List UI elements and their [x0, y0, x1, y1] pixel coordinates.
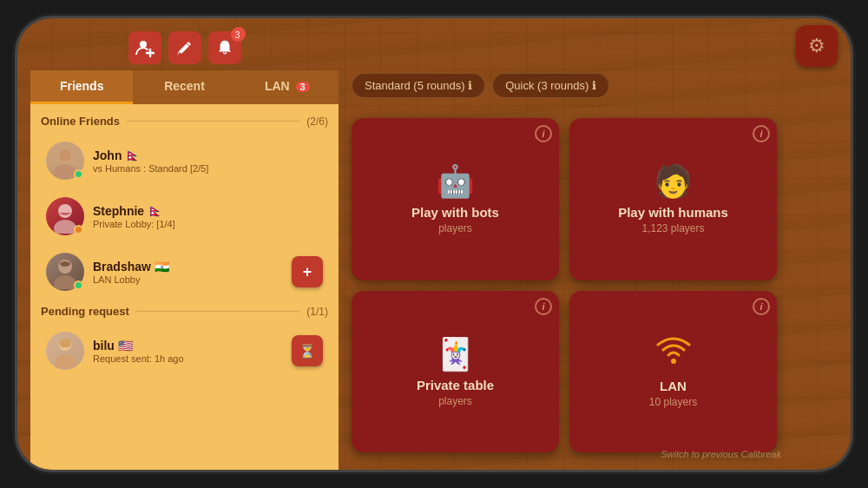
svg-point-7: [59, 149, 71, 162]
stephnie-avatar-wrap: [46, 197, 84, 235]
bilu-avatar-wrap: [46, 332, 84, 370]
tab-friends[interactable]: Friends: [30, 70, 133, 104]
lan-info-button[interactable]: i: [753, 298, 770, 315]
john-avatar-wrap: [46, 142, 84, 180]
bilu-status: Request sent: 1h ago: [93, 353, 283, 364]
lan-wifi-icon: [656, 334, 691, 373]
tab-quick[interactable]: Quick (3 rounds) ℹ: [492, 73, 609, 98]
humans-icon: 🧑: [654, 163, 693, 200]
lan-subtitle: 10 players: [649, 396, 697, 408]
svg-point-1: [140, 41, 147, 48]
bradshaw-name: Bradshaw 🇮🇳: [93, 260, 283, 274]
friend-item-john[interactable]: John 🇳🇵 vs Humans : Standard [2/5]: [41, 135, 328, 187]
john-status-dot: [74, 169, 83, 179]
humans-info-button[interactable]: i: [753, 125, 770, 142]
online-friends-header: Online Friends (2/6): [41, 115, 328, 128]
svg-point-6: [54, 164, 76, 178]
svg-point-9: [54, 220, 76, 234]
card-private[interactable]: i 🃏 Private table players: [352, 291, 559, 453]
tab-lan[interactable]: LAN 3: [236, 70, 339, 104]
private-info-button[interactable]: i: [535, 298, 552, 315]
svg-point-0: [671, 359, 676, 364]
tab-recent[interactable]: Recent: [133, 70, 235, 104]
humans-title: Play with humans: [618, 205, 728, 220]
card-lan[interactable]: i LAN 10 players: [569, 291, 777, 453]
switch-previous-label[interactable]: Switch to previous Callbreak: [661, 449, 781, 459]
lan-count-badge: 3: [296, 82, 310, 92]
bradshaw-add-button[interactable]: +: [292, 256, 323, 287]
game-background: ⚙ Standard (5 rounds) ℹ Quick (3 rounds)…: [17, 18, 851, 470]
panel-tabs: Friends Recent LAN 3: [30, 70, 339, 104]
private-subtitle: players: [438, 395, 472, 407]
bradshaw-status: LAN Lobby: [93, 274, 283, 285]
phone-frame: ⚙ Standard (5 rounds) ℹ Quick (3 rounds)…: [17, 18, 851, 470]
john-info: John 🇳🇵 vs Humans : Standard [2/5]: [93, 148, 323, 174]
friend-item-bradshaw[interactable]: Bradshaw 🇮🇳 LAN Lobby +: [41, 246, 328, 298]
bradshaw-status-dot: [74, 280, 83, 290]
svg-point-11: [54, 275, 76, 289]
svg-point-8: [58, 204, 72, 218]
online-friends-title: Online Friends: [41, 115, 120, 128]
pending-title: Pending request: [41, 305, 129, 318]
notification-button[interactable]: 3: [208, 31, 241, 64]
private-icon: 🃏: [436, 336, 475, 373]
humans-subtitle: 1,123 players: [641, 222, 704, 234]
friend-item-stephnie[interactable]: Stephnie 🇳🇵 Private Lobby: [1/4]: [41, 190, 328, 242]
bilu-name: bilu 🇺🇸: [93, 339, 283, 353]
bilu-pending-button[interactable]: ⏳: [292, 335, 323, 366]
svg-point-13: [55, 354, 76, 368]
bradshaw-info: Bradshaw 🇮🇳 LAN Lobby: [93, 260, 283, 285]
online-friends-count: (2/6): [306, 115, 328, 128]
game-cards-grid: i 🤖 Play with bots players i 🧑 Play with…: [343, 109, 786, 461]
bilu-info: bilu 🇺🇸 Request sent: 1h ago: [93, 339, 283, 364]
robot-icon: 🤖: [436, 163, 475, 200]
edit-button[interactable]: [168, 31, 201, 64]
friends-panel: 3 Friends Recent LAN 3 O: [30, 18, 339, 470]
pending-count: (1/1): [306, 306, 328, 318]
add-friend-button[interactable]: [128, 31, 161, 64]
stephnie-name: Stephnie 🇳🇵: [93, 204, 323, 218]
friend-item-bilu[interactable]: bilu 🇺🇸 Request sent: 1h ago ⏳: [41, 325, 328, 377]
mode-tabs-container: Standard (5 rounds) ℹ Quick (3 rounds) ℹ: [343, 66, 786, 105]
stephnie-status: Private Lobby: [1/4]: [93, 219, 323, 229]
panel-content: Online Friends (2/6): [30, 104, 339, 470]
section-divider-1: [127, 121, 299, 122]
settings-button[interactable]: ⚙: [796, 25, 838, 67]
card-bots[interactable]: i 🤖 Play with bots players: [352, 118, 559, 280]
section-divider-2: [136, 311, 299, 312]
bots-title: Play with bots: [411, 205, 499, 220]
john-status: vs Humans : Standard [2/5]: [93, 163, 323, 174]
notification-badge: 3: [232, 27, 246, 41]
tab-standard[interactable]: Standard (5 rounds) ℹ: [352, 73, 485, 98]
card-humans[interactable]: i 🧑 Play with humans 1,123 players: [569, 118, 777, 280]
john-name: John 🇳🇵: [93, 148, 323, 162]
lan-title: LAN: [660, 379, 687, 393]
stephnie-info: Stephnie 🇳🇵 Private Lobby: [1/4]: [93, 204, 323, 229]
stephnie-status-dot: [74, 225, 83, 234]
bots-subtitle: players: [438, 222, 472, 234]
pending-header: Pending request (1/1): [41, 305, 328, 318]
pending-section: Pending request (1/1): [41, 305, 328, 377]
panel-top-icons: 3: [30, 18, 339, 70]
private-title: Private table: [417, 378, 494, 392]
bradshaw-avatar-wrap: [46, 253, 84, 291]
bots-info-button[interactable]: i: [535, 125, 552, 142]
bilu-avatar: [46, 332, 84, 370]
